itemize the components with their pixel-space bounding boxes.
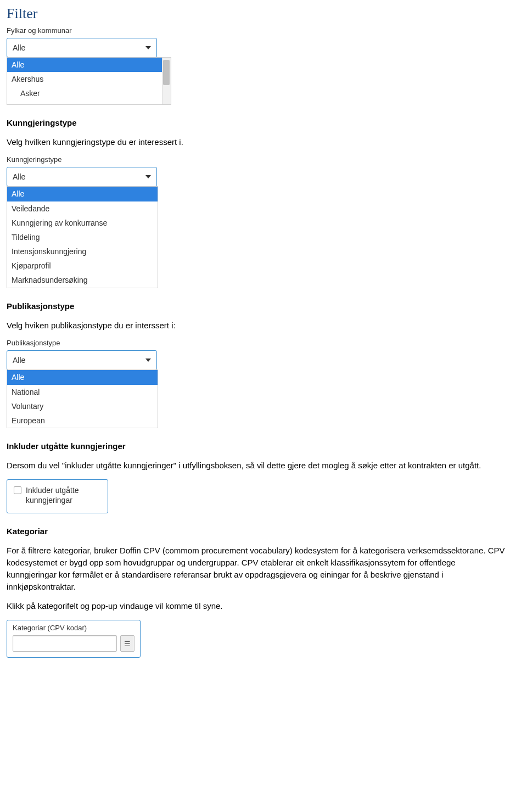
publikasjonstype-option[interactable]: National [7,385,158,399]
kunngjeringstype-option[interactable]: Kjøparprofil [7,259,158,273]
kunngjeringstype-label: Kunngjeringstype [7,155,505,164]
inkluder-checkbox-container[interactable]: Inkluder utgåtte kunngjeringar [7,479,108,513]
kunngjeringstype-option[interactable]: Intensjonskunngjering [7,244,158,259]
publikasjonstype-label: Publikasjonstype [7,339,505,347]
kategoriar-p1: For å filtrere kategoriar, bruker Doffin… [7,545,505,592]
filter-fylkar-label: Fylkar og kommunar [7,26,505,35]
publikasjonstype-option[interactable]: Alle [7,370,158,384]
kategoriar-widget: Kategoriar (CPV kodar) ☰ [7,620,141,658]
inkluder-heading: Inkluder utgåtte kunngjeringer [7,441,505,451]
publikasjonstype-select[interactable]: Alle [7,350,157,370]
fylkar-option[interactable]: Asker [7,86,171,100]
kategoriar-input[interactable] [13,635,117,652]
chevron-down-icon [145,359,151,362]
chevron-down-icon [145,175,151,178]
publikasjonstype-dropdown[interactable]: Alle National Voluntary European [7,369,158,428]
scrollbar-thumb[interactable] [163,60,170,85]
inkluder-checkbox[interactable] [14,486,21,494]
kunngjeringstype-heading: Kunngjeringstype [7,118,505,127]
kunngjeringstype-option[interactable]: Tildeling [7,230,158,244]
kunngjeringstype-option[interactable]: Veiledande [7,201,158,216]
kunngjeringstype-select-value: Alle [13,172,25,181]
filter-title: Filter [7,5,505,22]
kunngjeringstype-select[interactable]: Alle [7,167,157,187]
chevron-down-icon [145,46,151,49]
inkluder-checkbox-label: Inkluder utgåtte kunngjeringar [26,485,101,505]
publikasjonstype-option[interactable]: European [7,413,158,428]
fylkar-select[interactable]: Alle [7,38,157,58]
publikasjonstype-intro: Velg hviken publikasjonstype du er inter… [7,320,505,332]
kategoriar-heading: Kategoriar [7,527,505,536]
fylkar-dropdown[interactable]: Alle Akershus Asker [7,57,171,105]
inkluder-intro: Dersom du vel "inkluder utgåtte kunngjer… [7,460,505,472]
fylkar-select-value: Alle [13,43,25,52]
fylkar-option[interactable]: Akershus [7,72,171,86]
list-icon: ☰ [124,640,131,648]
kunngjeringstype-option[interactable]: Marknadsundersøking [7,273,158,287]
kategoriar-label: Kategoriar (CPV kodar) [13,624,134,632]
scrollbar-track[interactable] [162,58,171,104]
publikasjonstype-heading: Publikasjonstype [7,301,505,311]
fylkar-option[interactable]: Alle [7,58,171,72]
publikasjonstype-select-value: Alle [13,356,25,365]
kunngjeringstype-option[interactable]: Kunngjering av konkurranse [7,216,158,230]
kunngjeringstype-option[interactable]: Alle [7,187,158,201]
kategoriar-p2: Klikk på kategorifelt og pop-up vindauge… [7,600,505,612]
kunngjeringstype-dropdown[interactable]: Alle Veiledande Kunngjering av konkurran… [7,186,158,288]
kunngjeringstype-intro: Velg hvilken kunngjeringstype du er inte… [7,136,505,148]
kategoriar-browse-button[interactable]: ☰ [120,635,134,652]
publikasjonstype-option[interactable]: Voluntary [7,399,158,413]
